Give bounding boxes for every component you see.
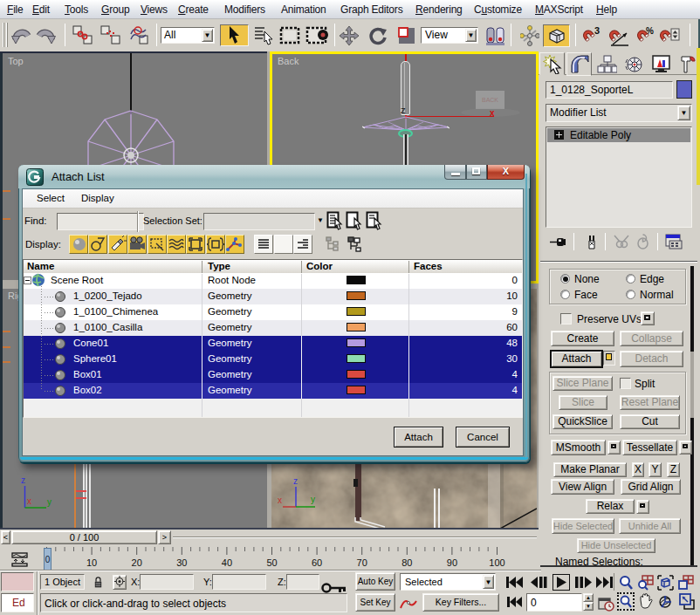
svg-text:100: 100 (489, 557, 504, 568)
svg-text:x: x (278, 495, 282, 505)
svg-text:60: 60 (312, 557, 322, 568)
svg-text:y: y (47, 497, 51, 507)
svg-text:40: 40 (222, 557, 232, 568)
svg-text:z: z (21, 475, 25, 485)
svg-text:30: 30 (176, 557, 187, 568)
svg-text:z: z (293, 476, 298, 486)
svg-text:%: % (646, 26, 654, 36)
svg-text:x: x (27, 496, 31, 506)
svg-text:10: 10 (86, 557, 97, 568)
svg-text:y: y (311, 495, 315, 504)
svg-text:20: 20 (132, 557, 142, 568)
svg-text:90: 90 (447, 557, 457, 568)
svg-text:70: 70 (357, 557, 367, 568)
svg-text:50: 50 (266, 557, 277, 568)
svg-text:3: 3 (594, 25, 600, 36)
svg-text:80: 80 (401, 557, 412, 568)
